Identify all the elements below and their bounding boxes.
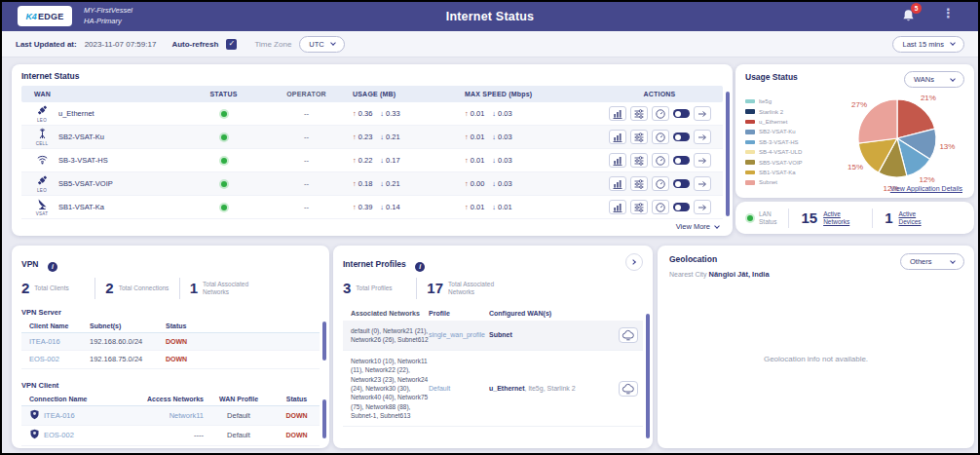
vpn-client-body: ITEA-016Network11DefaultDOWNEOS-002----D…	[21, 405, 320, 446]
chevron-down-icon	[950, 76, 956, 82]
toggle-switch[interactable]	[673, 203, 690, 211]
dashboard-screen: K4 EDGE MY-FirstVessel HA-Primary Intern…	[0, 0, 980, 455]
arrow-right-button[interactable]	[694, 130, 711, 144]
scrollbar[interactable]	[322, 399, 326, 438]
cell-icon	[36, 128, 49, 142]
profile-name-link[interactable]: Default	[429, 385, 489, 392]
arrow-right-button[interactable]	[694, 106, 711, 121]
wan-operator-cell: --	[260, 203, 353, 211]
usage-download: 0.17	[386, 156, 400, 165]
sliders-button[interactable]	[630, 106, 648, 121]
vpn-client-name-link[interactable]: ITEA-016	[21, 337, 90, 346]
sliders-button[interactable]	[630, 153, 648, 168]
total-profiles-count: 3	[343, 280, 351, 296]
pie-slice-label: 13%	[939, 142, 955, 151]
legend-swatch	[745, 130, 755, 134]
active-devices-link[interactable]: Active Devices	[898, 210, 935, 226]
status-up-dot	[221, 134, 227, 140]
vpn-networks-label: Total Associated Networks	[203, 281, 263, 296]
graph-button[interactable]	[609, 153, 626, 168]
graph-button[interactable]	[609, 130, 626, 144]
usage-upload: 0.22	[358, 156, 373, 165]
vpn-stats: 2 Total Clients 2 Total Connections 1 To…	[21, 278, 320, 299]
arrow-right-button[interactable]	[694, 153, 711, 168]
toggle-switch[interactable]	[673, 179, 690, 188]
arrow-right-button[interactable]	[694, 200, 711, 214]
usage-upload: 0.39	[358, 203, 373, 211]
view-application-details-link[interactable]: View Application Details	[890, 185, 962, 192]
cloud-action-button[interactable]	[619, 327, 638, 343]
active-networks-link[interactable]: Active Networks	[823, 210, 860, 226]
graph-button[interactable]	[609, 200, 626, 214]
gauge-button[interactable]	[652, 200, 669, 214]
access-networks-cell[interactable]: Network11	[114, 411, 204, 420]
gauge-button[interactable]	[652, 106, 669, 121]
cloud-action-button[interactable]	[619, 381, 638, 397]
gauge-button[interactable]	[652, 176, 669, 191]
vpn-client-name-link[interactable]: EOS-002	[21, 355, 90, 363]
time-range-select[interactable]: Last 15 mins	[892, 36, 964, 53]
legend-item: Subnet	[745, 177, 803, 187]
time-zone-select[interactable]: UTC	[299, 36, 344, 53]
wan-speed-cell: ↑0.01↓0.01	[465, 203, 596, 211]
total-assoc-networks-label: Total Associated Networks	[448, 281, 509, 296]
legend-item: SB5-VSAT-VOIP	[745, 157, 803, 167]
wan-actions-cell	[596, 130, 723, 144]
chevron-down-icon	[950, 40, 956, 46]
scrollbar[interactable]	[322, 322, 326, 360]
internet-profiles-title: Internet Profiles	[343, 259, 406, 269]
leo-icon: LEO	[34, 174, 50, 193]
legend-swatch	[745, 180, 755, 185]
scrollbar[interactable]	[726, 92, 730, 216]
toggle-switch[interactable]	[673, 133, 690, 141]
graph-button[interactable]	[609, 176, 626, 191]
primary-wan: u_Ethernet	[489, 385, 525, 392]
scrollbar[interactable]	[646, 314, 650, 438]
up-arrow-icon: ↑	[465, 203, 469, 211]
sliders-button[interactable]	[630, 176, 648, 191]
usage-pie-chart: 21%13%12%12%15%27%	[811, 88, 972, 193]
vpn-clients-label: Total Clients	[34, 284, 85, 292]
speed-download: 0.01	[498, 203, 512, 211]
arrow-right-button[interactable]	[694, 176, 711, 191]
vpn-status: DOWN	[274, 432, 320, 438]
kebab-menu-icon[interactable]: ⋮	[942, 6, 955, 20]
sliders-button[interactable]	[630, 200, 648, 214]
toggle-switch[interactable]	[673, 156, 690, 165]
divider	[179, 278, 180, 299]
wan-status-cell	[187, 158, 260, 164]
speed-upload: 0.01	[471, 109, 485, 118]
info-icon[interactable]	[415, 262, 425, 272]
vpn-networks-count: 1	[190, 280, 198, 296]
gauge-button[interactable]	[652, 153, 669, 168]
down-arrow-icon: ↓	[492, 156, 496, 165]
sliders-button[interactable]	[630, 130, 648, 144]
chevron-down-icon	[714, 223, 720, 229]
auto-refresh-checkbox[interactable]	[226, 39, 237, 50]
divider	[788, 209, 789, 228]
down-arrow-icon: ↓	[380, 203, 384, 211]
info-icon[interactable]	[48, 262, 57, 272]
profile-name-link[interactable]: single_wan_profile	[429, 331, 489, 338]
graph-button[interactable]	[609, 106, 626, 121]
vpn-connections-label: Total Connections	[119, 284, 170, 292]
primary-wan: Subnet	[489, 331, 512, 338]
expand-panel-button[interactable]	[625, 253, 643, 271]
pie-slice-label: 21%	[921, 94, 936, 102]
usage-download: 0.21	[386, 179, 400, 188]
toggle-switch[interactable]	[673, 109, 690, 118]
vpn-connection-cell: EOS-002	[21, 429, 114, 441]
up-arrow-icon: ↑	[353, 179, 357, 188]
view-more-button[interactable]: View More	[676, 222, 719, 231]
geolocation-filter-select[interactable]: Others	[900, 253, 964, 270]
down-arrow-icon: ↓	[492, 109, 496, 118]
wan-name: u_Ethernet	[58, 109, 94, 118]
notification-bell-icon[interactable]: 5	[900, 8, 918, 25]
wan-usage-cell: ↑0.18↓0.21	[353, 179, 465, 188]
gauge-button[interactable]	[652, 130, 669, 144]
vsat-icon: VSAT	[34, 198, 50, 216]
wan-icon-label: CELL	[36, 141, 48, 146]
usage-filter-select[interactable]: WANs	[904, 71, 964, 88]
vpn-connection-name-link[interactable]: EOS-002	[44, 431, 74, 439]
vpn-connection-name-link[interactable]: ITEA-016	[44, 411, 75, 420]
